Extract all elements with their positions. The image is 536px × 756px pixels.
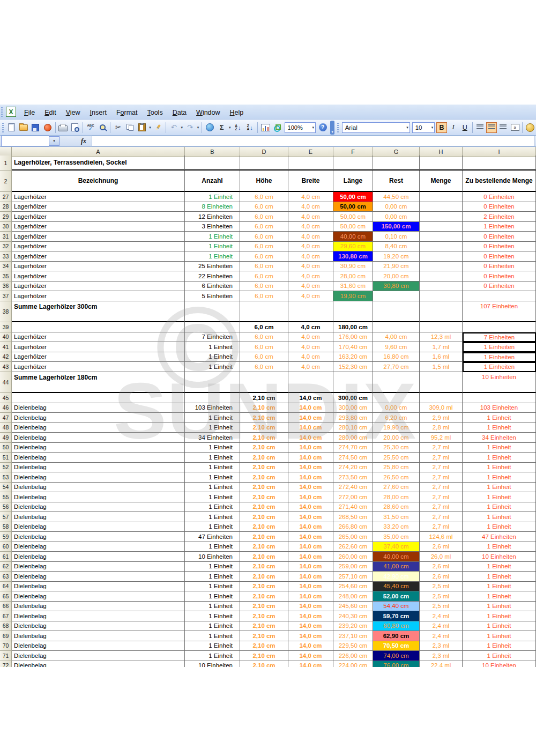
- cell-I31[interactable]: 0 Einheiten: [463, 232, 536, 242]
- cell-F64[interactable]: 254,60 cm: [333, 582, 373, 592]
- cell-B70[interactable]: 1 Einheit: [185, 641, 240, 651]
- cell-H34[interactable]: [420, 262, 463, 272]
- cell-F67[interactable]: 240,30 cm: [333, 611, 373, 621]
- cell-F35[interactable]: 28,00 cm: [333, 271, 373, 281]
- cell-G42[interactable]: 16,80 cm: [373, 352, 420, 362]
- cell-A48[interactable]: Dielenbelag: [12, 423, 185, 433]
- cell-A52[interactable]: Dielenbelag: [12, 463, 185, 473]
- cell-E63[interactable]: 14,0 cm: [288, 572, 333, 582]
- cell-E40[interactable]: 4,0 cm: [288, 332, 333, 343]
- cell-H51[interactable]: 2,7 ml: [420, 453, 463, 463]
- cell-E43[interactable]: 4,0 cm: [288, 362, 333, 372]
- cell-I39[interactable]: [463, 322, 536, 332]
- cell-F55[interactable]: 272,00 cm: [333, 492, 373, 502]
- cell-F31[interactable]: 40,00 cm: [333, 232, 373, 242]
- cell-H52[interactable]: 2,7 ml: [420, 463, 463, 473]
- cell-H72[interactable]: 22,4 ml: [420, 661, 463, 668]
- cell-I60[interactable]: 1 Einheit: [463, 542, 536, 552]
- cell-G48[interactable]: 19,90 cm: [373, 423, 420, 433]
- row-header-59[interactable]: 59: [0, 532, 12, 542]
- help-button[interactable]: ?: [317, 122, 328, 134]
- cell-H66[interactable]: 2,5 ml: [420, 602, 463, 612]
- cell-H38[interactable]: [420, 301, 463, 323]
- cell-B60[interactable]: 1 Einheit: [185, 542, 240, 552]
- cell-H68[interactable]: 2,4 ml: [420, 621, 463, 632]
- cell-F37[interactable]: 19,90 cm: [333, 291, 373, 301]
- cell-F71[interactable]: 226,00 cm: [333, 651, 373, 661]
- cell-D33[interactable]: 6,0 cm: [240, 251, 288, 262]
- cell-A44[interactable]: Summe Lagerhölzer 180cm: [12, 372, 185, 394]
- toolbar-grip[interactable]: [337, 123, 339, 132]
- cell-H28[interactable]: [420, 202, 463, 212]
- cell-I68[interactable]: 1 Einheit: [463, 621, 536, 632]
- cell-I42[interactable]: 1 Einheiten: [463, 352, 536, 362]
- cell-D56[interactable]: 2,10 cm: [240, 502, 288, 513]
- cell-I65[interactable]: 1 Einheit: [463, 591, 536, 602]
- row-header-28[interactable]: 28: [0, 202, 12, 212]
- cell-I36[interactable]: 0 Einheiten: [463, 281, 536, 292]
- cell-B44[interactable]: [185, 372, 240, 394]
- cell-H48[interactable]: 2,8 ml: [420, 423, 463, 433]
- cell-F45[interactable]: 300,00 cm: [333, 393, 373, 403]
- cell-E45[interactable]: 14,0 cm: [288, 393, 333, 403]
- cell-B41[interactable]: 1 Einheit: [185, 342, 240, 352]
- cell-H1[interactable]: [420, 155, 463, 171]
- menu-help[interactable]: Help: [225, 107, 249, 118]
- cell-B68[interactable]: 1 Einheit: [185, 621, 240, 632]
- cell-H36[interactable]: [420, 281, 463, 292]
- cell-D43[interactable]: 6,0 cm: [240, 362, 288, 372]
- cell-H67[interactable]: 2,4 ml: [420, 611, 463, 621]
- research-button[interactable]: [97, 122, 108, 134]
- row-header-2[interactable]: 2: [0, 171, 12, 192]
- cell-I71[interactable]: 1 Einheit: [463, 651, 536, 661]
- cell-E72[interactable]: 14,0 cm: [288, 661, 333, 668]
- cell-D36[interactable]: 6,0 cm: [240, 281, 288, 292]
- cell-G70[interactable]: 70,50 cm: [373, 641, 420, 651]
- row-header-63[interactable]: 63: [0, 572, 12, 582]
- cell-D34[interactable]: 6,0 cm: [240, 262, 288, 272]
- cell-I35[interactable]: 0 Einheiten: [463, 271, 536, 281]
- cell-I43[interactable]: 1 Einheiten: [463, 362, 536, 372]
- cell-B62[interactable]: 1 Einheit: [185, 562, 240, 572]
- cell-A53[interactable]: Dielenbelag: [12, 472, 185, 483]
- cell-B39[interactable]: [185, 322, 240, 332]
- cell-F44[interactable]: [333, 372, 373, 394]
- paste-dropdown[interactable]: ▾: [148, 122, 152, 134]
- cell-I63[interactable]: 1 Einheit: [463, 572, 536, 582]
- cell-F47[interactable]: 293,80 cm: [333, 413, 373, 423]
- row-header-52[interactable]: 52: [0, 463, 12, 473]
- formula-input[interactable]: [92, 136, 535, 146]
- cell-E47[interactable]: 14,0 cm: [288, 413, 333, 423]
- spelling-button[interactable]: ABC✓: [85, 122, 96, 134]
- cell-E55[interactable]: 14,0 cm: [288, 492, 333, 502]
- font-size-select[interactable]: 10▾: [412, 122, 435, 133]
- cell-G38[interactable]: [373, 301, 420, 323]
- cell-D67[interactable]: 2,10 cm: [240, 611, 288, 621]
- row-header-30[interactable]: 30: [0, 222, 12, 232]
- cell-H46[interactable]: 309,0 ml: [420, 403, 463, 413]
- cell-E61[interactable]: 14,0 cm: [288, 552, 333, 562]
- redo-dropdown[interactable]: ▾: [196, 122, 200, 134]
- cell-E58[interactable]: 14,0 cm: [288, 522, 333, 532]
- cell-E68[interactable]: 14,0 cm: [288, 621, 333, 632]
- cell-B57[interactable]: 1 Einheit: [185, 512, 240, 522]
- cell-I37[interactable]: [463, 291, 536, 301]
- cell-B50[interactable]: 1 Einheit: [185, 443, 240, 453]
- row-header-39[interactable]: 39: [0, 322, 12, 332]
- row-header-46[interactable]: 46: [0, 403, 12, 413]
- cell-F53[interactable]: 273,50 cm: [333, 472, 373, 483]
- cell-G55[interactable]: 28,00 cm: [373, 492, 420, 502]
- menu-insert[interactable]: Insert: [85, 107, 111, 118]
- cell-A34[interactable]: Lagerhölzer: [12, 262, 185, 272]
- cell-D32[interactable]: 6,0 cm: [240, 242, 288, 252]
- cell-G71[interactable]: 74,00 cm: [373, 651, 420, 661]
- row-header-31[interactable]: 31: [0, 232, 12, 242]
- menu-view[interactable]: View: [61, 107, 85, 118]
- cell-G32[interactable]: 8,40 cm: [373, 242, 420, 252]
- cell-D52[interactable]: 2,10 cm: [240, 463, 288, 473]
- cell-H43[interactable]: 1,5 ml: [420, 362, 463, 372]
- cell-G62[interactable]: 41,00 cm: [373, 562, 420, 572]
- menu-data[interactable]: Data: [168, 107, 191, 118]
- cell-B27[interactable]: 1 Einheit: [185, 192, 240, 202]
- row-header-54[interactable]: 54: [0, 483, 12, 493]
